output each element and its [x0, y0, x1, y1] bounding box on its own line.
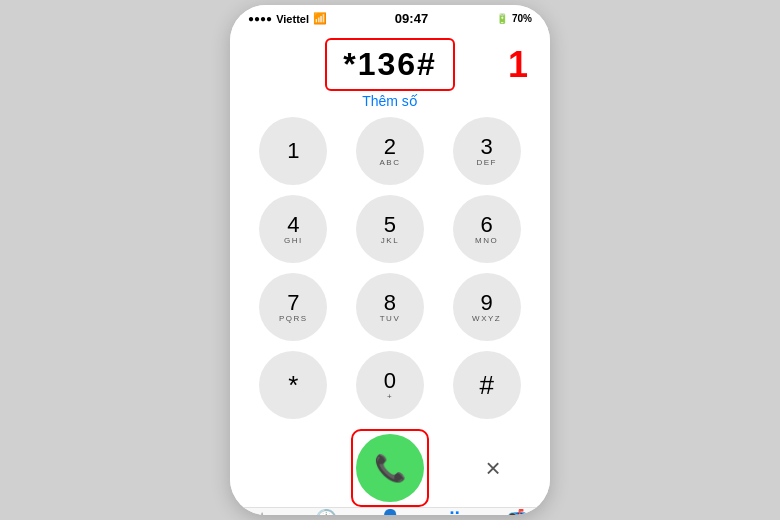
- carrier-label: Viettel: [276, 13, 309, 25]
- tab-keypad[interactable]: ⠿ Bàn phím: [422, 508, 486, 515]
- dialer-body: *136# 1 Thêm số 1 2ABC 3DEF 4GHI 5JKL 6M…: [230, 30, 550, 507]
- key-hash[interactable]: #: [453, 351, 521, 419]
- key-3[interactable]: 3DEF: [453, 117, 521, 185]
- left-placeholder: [253, 434, 321, 502]
- call-btn-wrapper: 📞: [351, 429, 429, 507]
- tab-recents[interactable]: 🕐 Gần đây: [294, 508, 358, 515]
- status-left: ●●●● Viettel 📶: [248, 12, 327, 25]
- wifi-icon: 📶: [313, 12, 327, 25]
- tab-favorites[interactable]: ★ Mục ưa thích: [230, 508, 294, 515]
- delete-btn[interactable]: ×: [459, 434, 527, 502]
- delete-label: ×: [485, 453, 500, 484]
- add-number-link[interactable]: Thêm số: [362, 93, 418, 109]
- signal-icon: ●●●●: [248, 13, 272, 24]
- keypad: 1 2ABC 3DEF 4GHI 5JKL 6MNO 7PQRS 8TUV 9W…: [230, 117, 550, 419]
- battery-label: 70%: [512, 13, 532, 24]
- battery-icon: 🔋: [496, 13, 508, 24]
- key-1[interactable]: 1: [259, 117, 327, 185]
- voicemail-icon: 📬: [507, 508, 529, 515]
- clock-icon: 🕐: [315, 508, 337, 515]
- tab-bar: ★ Mục ưa thích 🕐 Gần đây 👤 Danh bạ ⠿ Bàn…: [230, 507, 550, 515]
- step-label: 1: [508, 44, 528, 86]
- tab-voicemail[interactable]: 📬 Thư thoại: [486, 508, 550, 515]
- key-8[interactable]: 8TUV: [356, 273, 424, 341]
- person-icon: 👤: [379, 508, 401, 515]
- key-9[interactable]: 9WXYZ: [453, 273, 521, 341]
- key-5[interactable]: 5JKL: [356, 195, 424, 263]
- time-display: 09:47: [395, 11, 428, 26]
- status-right: 🔋 70%: [496, 13, 532, 24]
- call-button[interactable]: 📞: [356, 434, 424, 502]
- status-bar: ●●●● Viettel 📶 09:47 🔋 70%: [230, 5, 550, 30]
- tab-contacts[interactable]: 👤 Danh bạ: [358, 508, 422, 515]
- key-star[interactable]: *: [259, 351, 327, 419]
- action-row: 📞 ×: [230, 429, 550, 507]
- key-0[interactable]: 0+: [356, 351, 424, 419]
- key-4[interactable]: 4GHI: [259, 195, 327, 263]
- key-7[interactable]: 7PQRS: [259, 273, 327, 341]
- number-display-wrapper: *136# 1: [230, 38, 550, 91]
- star-icon: ★: [254, 508, 270, 515]
- number-display: *136#: [325, 38, 455, 91]
- phone-icon: 📞: [374, 453, 406, 484]
- key-6[interactable]: 6MNO: [453, 195, 521, 263]
- key-2[interactable]: 2ABC: [356, 117, 424, 185]
- keypad-icon: ⠿: [448, 508, 461, 515]
- phone-frame: ●●●● Viettel 📶 09:47 🔋 70% *136# 1 Thêm …: [230, 5, 550, 515]
